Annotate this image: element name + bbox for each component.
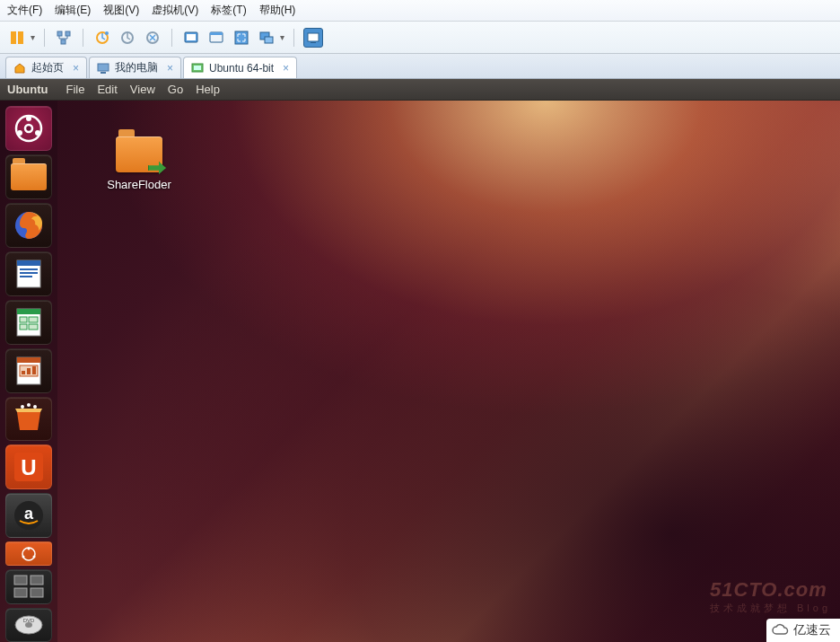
dvd-icon[interactable]: DVD (5, 608, 52, 642)
snapshot-manage-icon[interactable] (143, 28, 162, 48)
svg-point-23 (26, 116, 31, 121)
ubuntu-desktop[interactable]: ShareFloder 51CTO.com 技术成就梦想 Blog (0, 101, 840, 642)
menu-view[interactable]: 视图(V) (103, 3, 139, 18)
separator (293, 29, 294, 47)
close-icon[interactable]: × (283, 62, 289, 75)
separator (171, 29, 172, 47)
svg-rect-21 (194, 66, 201, 70)
close-icon[interactable]: × (73, 62, 79, 75)
unity-icon[interactable] (257, 28, 276, 48)
amazon-icon[interactable]: a (5, 493, 52, 538)
menu-tabs[interactable]: 标签(T) (211, 3, 246, 18)
svg-rect-15 (265, 37, 273, 43)
share-arrow-icon (148, 162, 166, 174)
ubuntu-menu-file[interactable]: File (66, 83, 84, 96)
svg-rect-42 (22, 371, 25, 374)
svg-rect-38 (29, 324, 38, 330)
host-tab-strip: 起始页 × 我的电脑 × Ubuntu 64-bit × (0, 54, 840, 79)
folder-icon (11, 163, 47, 190)
snapshot-tree-icon[interactable] (54, 28, 74, 48)
ubuntu-menu-go[interactable]: Go (168, 83, 183, 96)
svg-rect-31 (20, 272, 38, 274)
impress-icon[interactable] (5, 348, 52, 393)
svg-rect-32 (20, 276, 32, 277)
host-menubar: 文件(F) 编辑(E) 视图(V) 虚拟机(V) 标签(T) 帮助(H) (0, 0, 840, 22)
unity-launcher: U a DVD (0, 101, 57, 642)
dropdown-icon[interactable]: ▾ (31, 32, 35, 42)
svg-point-45 (21, 405, 24, 409)
dash-icon[interactable] (5, 106, 52, 151)
software-center-icon[interactable] (5, 397, 52, 442)
watermark: 51CTO.com 技术成就梦想 Blog (710, 578, 831, 615)
workspace-switcher-icon[interactable] (5, 569, 52, 603)
folder-label: ShareFloder (99, 178, 179, 191)
svg-text:U: U (21, 455, 36, 479)
svg-point-54 (22, 555, 25, 558)
desktop-folder-sharefloder[interactable]: ShareFloder (99, 136, 179, 191)
tab-mycomputer[interactable]: 我的电脑 × (89, 57, 181, 78)
computer-icon (97, 62, 109, 75)
svg-rect-3 (66, 31, 70, 36)
svg-rect-10 (187, 34, 196, 40)
svg-rect-43 (27, 368, 31, 374)
stacked-app-icon[interactable] (5, 541, 52, 566)
cloud-icon (772, 623, 790, 638)
watermark-sub: 技术成就梦想 Blog (710, 602, 831, 615)
files-icon[interactable] (5, 154, 52, 199)
tab-home[interactable]: 起始页 × (5, 57, 87, 78)
svg-rect-0 (11, 31, 16, 44)
svg-point-53 (28, 547, 31, 550)
menu-help[interactable]: 帮助(H) (259, 3, 296, 18)
svg-rect-12 (210, 32, 223, 35)
svg-point-25 (35, 130, 40, 136)
svg-rect-16 (308, 33, 319, 41)
snapshot-take-icon[interactable] (92, 28, 112, 48)
fit-guest-icon[interactable] (181, 28, 201, 48)
menu-edit[interactable]: 编辑(E) (55, 3, 91, 18)
writer-icon[interactable] (5, 251, 52, 296)
svg-rect-18 (98, 64, 109, 71)
ubuntu-menu-help[interactable]: Help (196, 83, 220, 96)
console-view-icon[interactable] (303, 28, 323, 48)
fullscreen-icon[interactable] (232, 28, 251, 48)
ubuntu-menu-view[interactable]: View (130, 83, 155, 96)
snapshot-revert-icon[interactable] (118, 28, 137, 48)
watermark-main: 51CTO.com (710, 578, 827, 601)
svg-text:DVD: DVD (23, 618, 35, 623)
fit-window-icon[interactable] (206, 28, 226, 48)
svg-rect-37 (20, 324, 27, 330)
svg-rect-19 (101, 72, 106, 74)
guest-display: Ubuntu File Edit View Go Help ShareFlode… (0, 79, 840, 642)
svg-rect-44 (32, 366, 36, 374)
svg-point-46 (27, 403, 31, 407)
tab-label: 我的电脑 (115, 60, 158, 75)
svg-rect-35 (20, 317, 27, 322)
svg-rect-58 (14, 588, 27, 597)
svg-point-47 (33, 405, 37, 409)
vm-icon (191, 62, 204, 75)
ubuntu-one-icon[interactable]: U (5, 444, 52, 489)
dropdown-icon[interactable]: ▾ (280, 32, 284, 42)
svg-rect-2 (57, 31, 62, 36)
firefox-icon[interactable] (5, 203, 52, 248)
svg-point-6 (105, 31, 109, 35)
svg-rect-56 (14, 576, 27, 585)
svg-point-26 (25, 125, 32, 132)
svg-rect-57 (31, 576, 43, 585)
tab-label: 起始页 (31, 60, 64, 75)
svg-rect-17 (311, 42, 316, 43)
menu-vm[interactable]: 虚拟机(V) (152, 3, 198, 18)
host-toolbar: ▾ ▾ (0, 22, 840, 54)
close-icon[interactable]: × (167, 62, 173, 75)
svg-text:a: a (24, 505, 34, 523)
svg-rect-36 (29, 317, 38, 322)
power-on-icon[interactable] (7, 28, 27, 48)
calc-icon[interactable] (5, 300, 52, 345)
svg-point-24 (17, 130, 22, 136)
corner-badge: 亿速云 (766, 619, 840, 642)
tab-ubuntu-vm[interactable]: Ubuntu 64-bit × (183, 57, 297, 78)
menu-file[interactable]: 文件(F) (7, 3, 42, 18)
ubuntu-menu-edit[interactable]: Edit (97, 83, 117, 96)
svg-rect-13 (235, 31, 248, 44)
svg-rect-59 (31, 588, 43, 597)
